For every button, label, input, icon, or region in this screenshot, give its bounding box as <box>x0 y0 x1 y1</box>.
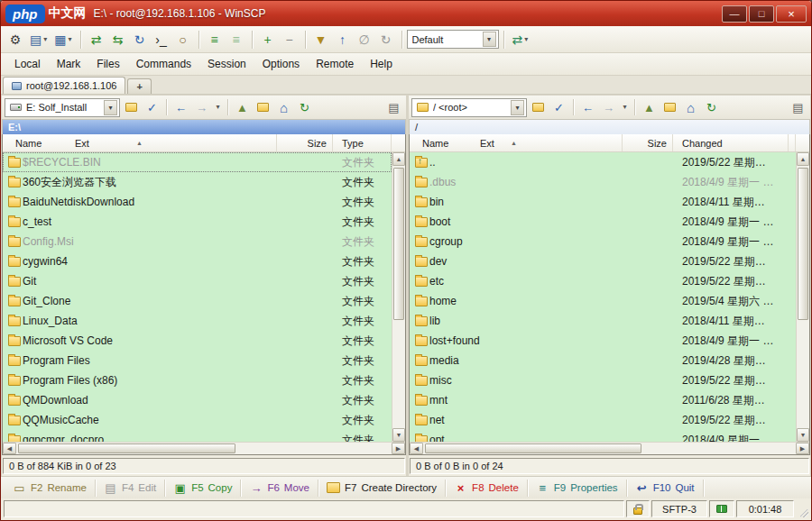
menu-item[interactable]: Mark <box>49 55 89 73</box>
scroll-thumb[interactable] <box>18 443 235 453</box>
queue-show-button[interactable]: ≡ <box>204 29 226 50</box>
cygwin64[interactable]: cygwin64 文件夹 <box>3 251 392 271</box>
local-vertical-scrollbar[interactable]: ▲ ▼ <box>392 152 405 442</box>
mnt[interactable]: mnt 2011/6/28 星期… <box>410 390 796 410</box>
chevron-down-icon[interactable]: ▾ <box>104 100 117 115</box>
home-directory-button[interactable]: ⌂ <box>681 98 700 117</box>
new-session-tab-button[interactable]: + <box>127 78 151 94</box>
chevron-down-icon[interactable]: ▾ <box>511 100 524 115</box>
function-key-button[interactable]: ▤ F4 Edit <box>96 480 165 497</box>
scroll-up-button[interactable]: ▲ <box>797 152 809 166</box>
menu-item[interactable]: Remote <box>308 55 362 73</box>
bin[interactable]: bin 2018/4/11 星期… <box>410 192 796 212</box>
.dbus[interactable]: .dbus 2018/4/9 星期一 … <box>410 172 796 192</box>
root-directory-button[interactable] <box>660 98 679 117</box>
column-header-size[interactable]: Size <box>623 134 673 151</box>
menu-item[interactable]: Options <box>254 55 308 73</box>
column-header-name[interactable]: Name Ext ▲ <box>410 134 623 151</box>
media[interactable]: media 2019/4/28 星期… <box>410 351 796 370</box>
opt[interactable]: opt 2018/4/9 星期一… <box>410 430 796 442</box>
remove-from-queue-button[interactable]: − <box>279 29 300 50</box>
menu-item[interactable]: Files <box>88 55 127 73</box>
queue-all-button[interactable]: ≡ <box>226 29 247 50</box>
filter-button[interactable]: ✓ <box>549 98 568 117</box>
scroll-track[interactable] <box>16 443 392 454</box>
minimize-button[interactable]: — <box>722 5 747 23</box>
preferences-button[interactable]: ⚙ <box>5 29 26 50</box>
remote-directory-combo[interactable]: / <root> ▾ <box>411 98 527 117</box>
remote-vertical-scrollbar[interactable]: ▲ ▼ <box>796 152 809 442</box>
Config.Msi[interactable]: Config.Msi 文件夹 <box>3 232 392 251</box>
scroll-thumb[interactable] <box>798 168 808 320</box>
session-tab[interactable]: root@192.168.1.106 <box>3 77 125 94</box>
column-header-changed[interactable]: Changed <box>673 134 789 151</box>
abort-button[interactable]: ∅ <box>354 29 375 50</box>
function-key-button[interactable]: F7 Create Directory <box>318 480 446 497</box>
close-button[interactable]: × <box>776 5 807 23</box>
forward-button[interactable]: → <box>192 98 211 117</box>
menu-item[interactable]: Local <box>6 55 49 73</box>
local-horizontal-scrollbar[interactable]: ◀ ▶ <box>3 442 405 454</box>
forward-button[interactable]: → <box>599 98 618 117</box>
find-files-button[interactable]: ○ <box>172 29 194 50</box>
$RECYCLE.BIN[interactable]: $RECYCLE.BIN 文件夹 <box>3 152 392 172</box>
..[interactable]: .. 2019/5/22 星期… <box>410 152 796 172</box>
maximize-button[interactable]: □ <box>749 5 774 23</box>
resize-grip[interactable] <box>796 500 808 517</box>
synchronize-browsing-button[interactable]: ⇄ <box>86 29 107 50</box>
function-key-button[interactable]: ↩ F10 Quit <box>627 480 704 497</box>
reload-button[interactable]: ↻ <box>375 29 397 50</box>
history-dropdown-button[interactable]: ▾ <box>213 98 223 117</box>
open-directory-button[interactable] <box>529 98 548 117</box>
cgroup[interactable]: cgroup 2018/4/9 星期一 … <box>410 232 796 251</box>
protocol-cell[interactable]: SFTP-3 <box>651 500 707 517</box>
column-header-size[interactable]: Size <box>277 134 333 151</box>
c_test[interactable]: c_test 文件夹 <box>3 212 392 232</box>
parent-directory-button[interactable]: ▲ <box>640 98 659 117</box>
scroll-thumb[interactable] <box>393 168 404 320</box>
scroll-left-button[interactable]: ◀ <box>410 443 423 454</box>
directory-tree-button[interactable]: ▤ <box>384 98 403 117</box>
scroll-track[interactable] <box>423 443 796 454</box>
scroll-down-button[interactable]: ▼ <box>392 428 405 442</box>
remote-path-bar[interactable]: / <box>409 119 810 134</box>
scroll-track[interactable] <box>392 166 405 428</box>
etc[interactable]: etc 2019/5/22 星期… <box>410 271 796 291</box>
360安全浏览器下载[interactable]: 360安全浏览器下载 文件夹 <box>3 172 392 192</box>
menu-item[interactable]: Commands <box>128 55 199 73</box>
function-key-button[interactable]: ▭ F2 Rename <box>5 480 96 497</box>
transfer-settings-button[interactable]: ⇄ <box>509 29 532 50</box>
misc[interactable]: misc 2019/5/22 星期… <box>410 370 796 390</box>
encryption-cell[interactable] <box>626 500 650 517</box>
Git[interactable]: Git 文件夹 <box>3 271 392 291</box>
column-header-ext[interactable]: Ext <box>75 138 89 149</box>
Program Files (x86)[interactable]: Program Files (x86) 文件夹 <box>3 370 392 390</box>
menu-item[interactable]: Session <box>199 55 254 73</box>
column-header-ext[interactable]: Ext <box>480 138 494 149</box>
function-key-button[interactable]: → F6 Move <box>241 480 318 497</box>
Linux_Data[interactable]: Linux_Data 文件夹 <box>3 311 392 331</box>
back-button[interactable]: ← <box>578 98 597 117</box>
transfer-profile-combo[interactable]: Default ▾ <box>407 30 499 49</box>
QQMusicCache[interactable]: QQMusicCache 文件夹 <box>3 410 392 430</box>
QMDownload[interactable]: QMDownload 文件夹 <box>3 390 392 410</box>
session-manager-button[interactable]: ▤ <box>26 29 51 50</box>
synchronize-button[interactable]: ⇆ <box>107 29 129 50</box>
lost+found[interactable]: lost+found 2018/4/9 星期一 … <box>410 331 796 351</box>
local-drive-combo[interactable]: E: Solf_Install ▾ <box>5 98 120 117</box>
upload-button[interactable]: ↑ <box>332 29 354 50</box>
refresh-session-button[interactable]: ↻ <box>129 29 151 50</box>
parent-directory-button[interactable]: ▲ <box>233 98 252 117</box>
refresh-button[interactable]: ↻ <box>702 98 721 117</box>
scroll-left-button[interactable]: ◀ <box>3 443 16 454</box>
root-directory-button[interactable] <box>254 98 272 117</box>
lib[interactable]: lib 2018/4/11 星期… <box>410 311 796 331</box>
function-key-button[interactable]: ▣ F5 Copy <box>165 480 241 497</box>
dev[interactable]: dev 2019/5/22 星期… <box>410 251 796 271</box>
function-key-button[interactable]: × F8 Delete <box>446 480 528 497</box>
remote-horizontal-scrollbar[interactable]: ◀ ▶ <box>410 442 809 454</box>
title-bar[interactable]: php 中文网 E:\ - root@192.168.1.106 - WinSC… <box>1 1 811 26</box>
filter-button[interactable]: ✓ <box>143 98 161 117</box>
Program Files[interactable]: Program Files 文件夹 <box>3 351 392 370</box>
menu-item[interactable]: Help <box>362 55 401 73</box>
